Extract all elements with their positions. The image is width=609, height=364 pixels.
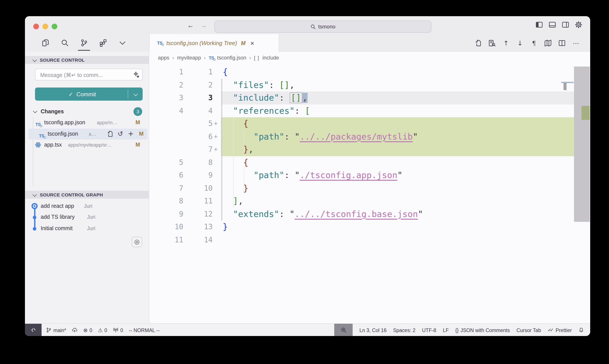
sparkle-ai-icon[interactable] <box>132 71 140 78</box>
discard-icon[interactable]: ↺ <box>117 130 124 137</box>
commit-message-input[interactable] <box>39 69 129 81</box>
layout-sidebar-left-icon[interactable] <box>535 21 543 28</box>
forward-arrow-icon[interactable]: → <box>200 21 207 30</box>
arrow-up-icon[interactable]: ↑ <box>502 39 510 47</box>
file-path: apps/m… <box>97 117 117 128</box>
gear-icon[interactable] <box>575 21 582 28</box>
ellipsis-icon[interactable]: ⋯ <box>572 39 580 47</box>
close-icon[interactable]: × <box>250 40 254 46</box>
status-item-spaces-2[interactable]: Spaces: 2 <box>393 327 415 333</box>
layout-sidebar-right-icon[interactable] <box>562 21 569 28</box>
code-line-4[interactable]: 44 "references": [ <box>149 104 574 117</box>
pilcrow-icon[interactable]: ¶ <box>530 39 538 47</box>
back-arrow-icon[interactable]: ← <box>187 21 194 30</box>
zoom-button[interactable] <box>335 324 353 336</box>
changes-header[interactable]: Changes 3 <box>25 107 149 116</box>
code-text: { <box>223 117 248 130</box>
status-item-cursor-tab[interactable]: Cursor Tab <box>517 327 541 333</box>
token: " <box>295 170 300 180</box>
diff-editor[interactable]: 11{22 "files": [],33 "include": [],44 "r… <box>149 64 574 323</box>
code-line-12[interactable]: 912 "extends": "../../tsconfig.base.json… <box>149 208 574 221</box>
code-line-1[interactable]: 11{ <box>149 66 574 78</box>
status-item-lf[interactable]: LF <box>443 327 449 333</box>
status-item--normal-[interactable]: -- NORMAL -- <box>129 327 160 333</box>
status-item-bell[interactable] <box>578 327 584 333</box>
breadcrumb-separator: › <box>249 55 251 60</box>
activity-extensions-icon[interactable] <box>99 39 107 47</box>
status-item-main-[interactable]: main* <box>46 327 66 333</box>
status-label: JSON with Comments <box>460 327 510 333</box>
changed-file-row[interactable]: TS⚙tsconfig.jsona…M↺+ <box>28 129 147 139</box>
changed-file-row[interactable]: TS⚙tsconfig.app.jsonapps/m…M <box>25 117 149 128</box>
breadcrumb-item-include[interactable]: include <box>262 54 279 61</box>
token: " <box>397 170 402 180</box>
window-layout-controls <box>535 21 582 28</box>
maximize-button[interactable] <box>52 24 57 29</box>
breadcrumb-separator: › <box>172 55 174 60</box>
search-icon <box>311 24 316 29</box>
code-line-9[interactable]: 69 "path": "./tsconfig.app.json" <box>149 169 574 182</box>
layout-panel-icon[interactable] <box>549 21 556 28</box>
commit-message-box <box>35 69 143 80</box>
chevron-down-icon <box>33 109 38 113</box>
remote-indicator[interactable] <box>25 324 41 336</box>
code-line-5[interactable]: 5+ { <box>149 117 574 130</box>
open-changes-icon[interactable] <box>474 39 482 47</box>
commit-button[interactable]: ✓ Commit <box>35 88 143 101</box>
code-line-6[interactable]: 6+ "path": "../../packages/mytslib" <box>149 130 574 143</box>
breadcrumb-separator: › <box>204 55 206 60</box>
map-icon[interactable] <box>544 39 552 47</box>
overview-cursor-marker <box>561 82 574 83</box>
status-item-0[interactable]: ⚠0 <box>98 327 107 333</box>
command-center-search[interactable]: tsmono <box>214 21 431 33</box>
commit-row[interactable]: Initial commitJuri <box>25 223 149 234</box>
new-line-number: 10 <box>186 182 213 195</box>
commit-row[interactable]: add react appJuri <box>25 201 149 211</box>
source-control-header[interactable]: SOURCE CONTROL <box>25 56 149 64</box>
arrow-down-icon[interactable]: ↓ <box>516 39 524 47</box>
activity-files-icon[interactable] <box>41 39 50 47</box>
code-line-10[interactable]: 710 } <box>149 182 574 195</box>
code-line-3[interactable]: 33 "include": [], <box>149 91 574 104</box>
code-line-14[interactable]: 1114 <box>149 234 574 246</box>
breadcrumb-item-myviteapp[interactable]: myviteapp <box>177 54 201 61</box>
status-item-0[interactable]: ⊗0 <box>83 327 92 333</box>
stage-icon[interactable]: + <box>127 130 134 137</box>
commit-dropdown-chevron-icon[interactable] <box>134 92 138 96</box>
breadcrumb-item-tsconfig.json[interactable]: tsconfig.json <box>217 54 246 61</box>
minimize-button[interactable] <box>42 24 48 29</box>
commit-row[interactable]: add TS libraryJuri <box>25 212 149 223</box>
status-item-ln-3-col-16[interactable]: Ln 3, Col 16 <box>359 327 387 333</box>
status-item-0[interactable]: 0 <box>113 327 123 333</box>
status-item-json-with-comments[interactable]: {}JSON with Comments <box>455 327 510 333</box>
added-line-plus: + <box>214 143 218 156</box>
status-item-prettier[interactable]: ✓✓Prettier <box>547 327 572 333</box>
code-text: ], <box>223 195 243 208</box>
code-line-7[interactable]: 7+ }, <box>149 143 574 156</box>
code-line-8[interactable]: 58 { <box>149 156 574 169</box>
breadcrumb-item-apps[interactable]: apps <box>158 54 169 61</box>
close-button[interactable] <box>33 24 39 29</box>
token <box>223 93 233 103</box>
status-item-utf-8[interactable]: UTF-8 <box>422 327 436 333</box>
open-file-icon[interactable] <box>106 130 113 137</box>
ts-file-icon: TS⚙ <box>39 131 44 139</box>
status-item-cloud-upload[interactable] <box>72 327 78 333</box>
new-line-number: 9 <box>186 169 213 182</box>
activity-search-icon[interactable] <box>61 39 69 47</box>
changed-file-row[interactable]: app.tsxapps/myviteapp/sr…M <box>25 140 149 151</box>
code-line-11[interactable]: 811 ], <box>149 195 574 208</box>
inline-search-icon[interactable] <box>488 39 496 47</box>
split-editor-icon[interactable] <box>558 39 566 47</box>
goto-current-commit-button[interactable]: ◎ <box>132 237 142 247</box>
tab-tsconfig-working-tree[interactable]: TS⚙ tsconfig.json (Working Tree) M × <box>149 34 279 52</box>
activity-chevron-down-icon[interactable] <box>118 39 127 47</box>
source-control-graph-header[interactable]: SOURCE CONTROL GRAPH <box>25 191 149 199</box>
activity-source-control-icon[interactable] <box>80 39 88 47</box>
commit-message: add react app <box>41 201 74 211</box>
scrollbar-thumb[interactable] <box>574 66 590 222</box>
code-line-13[interactable]: 1013} <box>149 221 574 234</box>
code-line-2[interactable]: 22 "files": [], <box>149 78 574 91</box>
code-text: { <box>223 66 228 78</box>
token: "include" <box>233 93 279 103</box>
